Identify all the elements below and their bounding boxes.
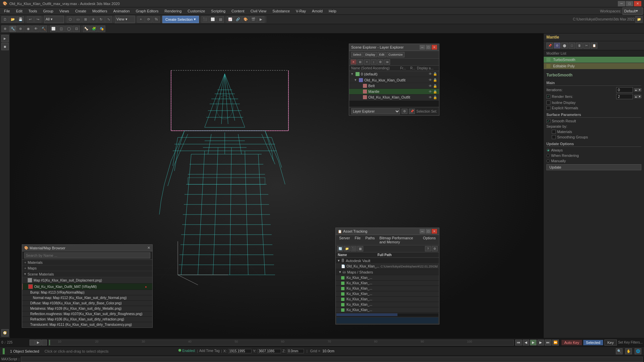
at-file-7[interactable]: Ku_Klux_Klan_...	[336, 307, 439, 313]
modify-panel-btn[interactable]: 🔧	[9, 25, 16, 32]
menu-group[interactable]: Group	[40, 8, 56, 14]
maximize-button[interactable]: □	[626, 1, 633, 6]
mb-item-main-mat[interactable]: Old_Ku_Klux_Klan_Outfit_MAT (VRayMtl) ●	[22, 284, 152, 290]
at-file-4[interactable]: Ku_Klux_Klan_...	[336, 291, 439, 297]
ts-iterations-input[interactable]	[616, 87, 633, 93]
new-scene-btn[interactable]: 🗋	[1, 16, 9, 23]
anim-prev-key[interactable]: ◀	[523, 340, 529, 346]
mod-tool-trash[interactable]: 🗑	[576, 43, 583, 49]
scale-btn[interactable]: ⤡	[105, 16, 112, 23]
render-setup-btn[interactable]: 🎬	[250, 16, 257, 23]
mb-section-scene[interactable]: ▾ Scene Materials	[22, 271, 152, 277]
mb-item-diffuse[interactable]: Diffuse: Map #108(Ku_Klux_Klan_suit_dirt…	[22, 301, 152, 306]
mb-search-input[interactable]	[24, 252, 150, 258]
at-menu-paths[interactable]: Paths	[363, 236, 377, 244]
se-display-btn[interactable]: Display	[364, 52, 377, 57]
mb-item-refraction[interactable]: Refraction: Map #106 (Ku_Klux_Klan_suit_…	[22, 317, 152, 322]
play-btn[interactable]: ▶	[35, 340, 41, 346]
at-btn-4[interactable]: ▦	[357, 246, 363, 251]
at-btn-1[interactable]: 🔄	[337, 246, 343, 251]
se-add-btn[interactable]: +	[364, 59, 370, 65]
set-key-btn[interactable]: Key	[604, 340, 617, 346]
key-filters-btn[interactable]: Set Key Filters...	[618, 341, 643, 344]
at-maximize-btn[interactable]: □	[426, 229, 431, 234]
at-btn-2[interactable]: 📁	[344, 246, 350, 251]
next-frame-btn[interactable]	[42, 340, 47, 346]
utilities-btn[interactable]: 🔨	[40, 25, 47, 32]
left-panel-btn-1[interactable]: ▶	[1, 35, 9, 42]
se-select-btn[interactable]: Select	[351, 52, 363, 57]
minimize-button[interactable]: ─	[618, 1, 625, 6]
se-item-mantle[interactable]: Mantle 👁 🔒	[349, 89, 439, 95]
menu-animation[interactable]: Animation	[111, 8, 132, 14]
menu-file[interactable]: File	[1, 8, 13, 14]
window-cross-btn[interactable]: ⊞	[82, 16, 89, 23]
select-btn[interactable]: ⬡	[66, 16, 74, 23]
select-move-btn[interactable]: ✛	[90, 16, 97, 23]
se-item-klan-outfit[interactable]: Old_Ku_Klux_Klan_Outfit 👁 🔒	[349, 95, 439, 100]
ts-explicit-checkbox[interactable]	[546, 106, 550, 110]
curve-editor-btn[interactable]: 📈	[226, 16, 234, 23]
at-menu-server[interactable]: Server	[337, 236, 352, 244]
ts-isoline-checkbox[interactable]	[546, 101, 550, 105]
se-filter-x-btn[interactable]: ✕	[351, 59, 357, 65]
layer-mgr-btn[interactable]: ▤	[217, 16, 224, 23]
workspace-dropdown[interactable]: Default▾	[623, 7, 643, 15]
mod-enable-icon-ep[interactable]	[546, 64, 550, 68]
se-item-default-layer[interactable]: ▾ 0 (default) 👁 🔒	[349, 71, 439, 77]
se-close-btn[interactable]: ✕	[432, 45, 437, 50]
at-file-1[interactable]: Ku_Klux_Klan_...	[336, 275, 439, 281]
z-coord-input[interactable]	[287, 349, 304, 353]
x-coord-input[interactable]	[228, 349, 252, 353]
at-menu-bitmap[interactable]: Bitmap Performance and Memory	[377, 236, 420, 244]
schematic-btn[interactable]: 🔗	[234, 16, 241, 23]
anim-play-all[interactable]: ⏩	[552, 340, 559, 346]
menu-vray[interactable]: V-Ray	[293, 8, 309, 14]
menu-content[interactable]: Content	[229, 8, 247, 14]
at-help-btn[interactable]: ?	[425, 246, 431, 251]
create-selection-button[interactable]: Create Selection ▾	[162, 16, 199, 23]
at-btn-3[interactable]: ⬛	[351, 246, 357, 251]
mod-tool-lock[interactable]: ⚙	[554, 43, 560, 49]
mod-tool-paste[interactable]: 📋	[591, 43, 597, 49]
save-btn[interactable]: 💾	[17, 16, 24, 23]
anim-goto-end[interactable]: ⏭	[545, 340, 551, 346]
viewport[interactable]: [+] [Perspective] [Standard] [Edged Face…	[10, 34, 543, 338]
menu-views[interactable]: Views	[57, 8, 72, 14]
isolate-btn[interactable]: ⊡	[73, 25, 80, 32]
ts-render-down[interactable]: ▼	[638, 95, 641, 98]
se-minimize-btn[interactable]: ─	[420, 45, 425, 50]
mb-item-translucent[interactable]: Translucent: Map #111 (Ku_Klux_Klan_suit…	[22, 322, 152, 327]
menu-civil-view[interactable]: Civil View	[248, 8, 269, 14]
mb-item-bump[interactable]: Bump: Map #113 (VRayNormalMap)	[22, 290, 152, 295]
menu-substance[interactable]: Substance	[270, 8, 292, 14]
at-file-2[interactable]: Ku_Klux_Klan_...	[336, 281, 439, 286]
mb-section-materials[interactable]: + Materials	[22, 260, 152, 265]
menu-modifiers[interactable]: Modifiers	[90, 8, 110, 14]
at-file-6[interactable]: Ku_Klux_Klan_...	[336, 302, 439, 307]
mod-tool-cut[interactable]: ✂	[583, 43, 590, 49]
menu-help[interactable]: Help	[326, 8, 339, 14]
at-settings-btn[interactable]: ⚙	[432, 246, 438, 251]
se-layer-select[interactable]: Layer Explorer	[351, 108, 400, 114]
mb-item-displacement[interactable]: Map #1(Ku_Klux_Klan_suit_Displacment.png…	[22, 277, 152, 284]
menu-scripting[interactable]: Scripting	[208, 8, 228, 14]
mirror-btn[interactable]: ⬛	[201, 16, 209, 23]
se-scrollbar-area[interactable]	[349, 100, 439, 107]
open-btn[interactable]: 📂	[9, 16, 16, 23]
modifier-item-turbosmooth[interactable]: TurboSmooth	[544, 57, 644, 63]
se-settings-btn[interactable]: ⚙	[401, 109, 408, 114]
align-btn[interactable]: ⬜	[209, 16, 216, 23]
ts-iter-down[interactable]: ▼	[638, 88, 641, 92]
ts-render-up[interactable]: ▲	[634, 95, 638, 98]
skin-btn[interactable]: 🧩	[90, 25, 98, 32]
at-file-5[interactable]: Ku_Klux_Klan_...	[336, 297, 439, 302]
se-pin-btn[interactable]: 📌	[409, 109, 415, 114]
mb-item-roughness[interactable]: Reflection.roughness: Map #107(Ku_Klux_K…	[22, 311, 152, 317]
mb-item-metalness[interactable]: Metalness: Map #109 (Ku_Klux_Klan_suit_d…	[22, 306, 152, 311]
mod-enable-icon-ts[interactable]	[546, 58, 550, 62]
mod-tool-pin[interactable]: 📌	[546, 43, 553, 49]
create-panel-btn[interactable]: ⊕	[1, 25, 9, 32]
menu-rendering[interactable]: Rendering	[162, 8, 184, 14]
anim-next-key[interactable]: ▶	[537, 340, 544, 346]
